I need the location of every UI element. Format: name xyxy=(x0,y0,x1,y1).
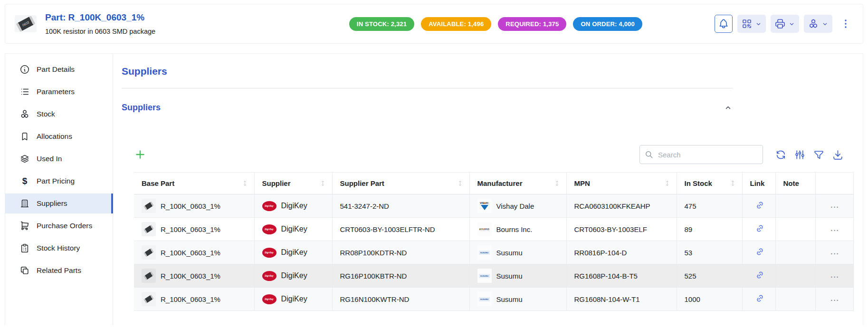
digikey-logo-text: Digi-Key xyxy=(265,205,273,207)
part-title: Part: R_100K_0603_1% xyxy=(45,12,155,23)
sidebar-item-label: Related Parts xyxy=(37,266,81,275)
manufacturer-name: Susumu xyxy=(496,295,523,303)
part-thumbnail: 0603 xyxy=(15,15,37,32)
print-actions-button[interactable] xyxy=(771,15,799,33)
refresh-button[interactable] xyxy=(775,149,787,161)
mpn-cell: RG1608N-104-W-T1 xyxy=(566,288,677,311)
column-header-supplier[interactable]: Supplier xyxy=(254,173,332,194)
sidebar-item-parameters[interactable]: Parameters xyxy=(5,82,113,102)
packages-icon xyxy=(19,109,30,119)
note-cell xyxy=(775,264,815,288)
sidebar-item-label: Part Details xyxy=(37,65,75,74)
column-header-base-part[interactable]: Base Part xyxy=(134,173,254,194)
supplier-cell: Digi-KeyDigiKey xyxy=(254,264,332,288)
in-stock-cell: 89 xyxy=(677,218,742,241)
collapse-panel-button[interactable] xyxy=(724,103,733,112)
title-divider xyxy=(122,88,733,88)
manufacturer-cell: VISHAY.Vishay Dale xyxy=(469,194,566,218)
link-cell xyxy=(742,194,775,218)
column-header-supplier-part[interactable]: Supplier Part xyxy=(332,173,469,194)
chip-label: 0603 xyxy=(21,20,29,27)
actions-cell: ••• xyxy=(815,264,853,288)
building-icon xyxy=(19,198,30,209)
on-order-badge: ON ORDER: 4,000 xyxy=(573,17,642,31)
clipboard-list-icon xyxy=(19,243,30,253)
note-cell xyxy=(775,241,815,264)
link-icon[interactable] xyxy=(755,271,764,280)
mpn-cell: RG1608P-104-B-T5 xyxy=(566,264,677,288)
page-title: Suppliers xyxy=(122,65,863,77)
dots-vertical-icon xyxy=(840,18,851,29)
column-header-mpn[interactable]: MPN xyxy=(566,173,677,194)
panel-title: Suppliers xyxy=(122,103,161,113)
row-actions-button[interactable]: ••• xyxy=(831,252,839,256)
row-actions-button[interactable]: ••• xyxy=(831,205,839,210)
link-icon[interactable] xyxy=(755,247,764,256)
column-label: In Stock xyxy=(685,179,712,187)
supplier-part-cell: CRT0603-BY-1003ELFTR-ND xyxy=(332,218,469,241)
part-description: 100K resistor in 0603 SMD package xyxy=(45,28,155,35)
suppliers-panel-header: Suppliers xyxy=(122,100,733,115)
table-row: R_100K_0603_1%Digi-KeyDigiKeyRG16P100KBT… xyxy=(134,264,853,288)
link-icon[interactable] xyxy=(755,224,764,233)
sidebar: Part DetailsParametersStockAllocationsUs… xyxy=(5,54,113,325)
add-supplier-part-button[interactable] xyxy=(134,148,146,161)
overflow-menu-button[interactable] xyxy=(840,18,851,29)
column-header-manufacturer[interactable]: Manufacturer xyxy=(469,173,566,194)
sort-icon xyxy=(241,180,248,187)
sidebar-item-part-details[interactable]: Part Details xyxy=(5,59,113,79)
digikey-logo-text: Digi-Key xyxy=(265,252,273,254)
link-icon[interactable] xyxy=(755,201,764,210)
chevron-down-icon xyxy=(755,20,762,28)
filter-button[interactable] xyxy=(813,149,825,161)
row-actions-button[interactable]: ••• xyxy=(831,275,839,280)
sidebar-item-related-parts[interactable]: Related Parts xyxy=(5,261,113,281)
supplier-name: DigiKey xyxy=(281,225,307,233)
stock-actions-button[interactable] xyxy=(804,15,832,33)
column-header-note: Note xyxy=(775,173,815,194)
sidebar-item-stock-history[interactable]: Stock History xyxy=(5,238,113,258)
base-part-cell: R_100K_0603_1% xyxy=(134,264,254,288)
supplier-part-cell: 541-3247-2-ND xyxy=(332,194,469,218)
search-icon xyxy=(644,150,654,159)
barcode-actions-button[interactable] xyxy=(737,15,766,33)
sidebar-item-suppliers[interactable]: Suppliers xyxy=(5,194,113,213)
content: Suppliers Suppliers xyxy=(113,54,863,325)
manufacturer-cell: SUSUMUSusumu xyxy=(469,241,566,264)
bell-icon xyxy=(718,18,729,29)
column-label: Link xyxy=(750,179,765,187)
base-part-cell: R_100K_0603_1% xyxy=(134,194,254,218)
supplier-cell: Digi-KeyDigiKey xyxy=(254,288,332,311)
sidebar-item-part-pricing[interactable]: $Part Pricing xyxy=(5,171,113,191)
susumu-logo-text: SUSUMU xyxy=(479,297,490,301)
download-button[interactable] xyxy=(832,149,844,161)
row-actions-button[interactable]: ••• xyxy=(831,228,839,233)
currency-dollar-icon: $ xyxy=(19,176,30,186)
link-cell xyxy=(742,264,775,288)
sidebar-item-purchase-orders[interactable]: Purchase Orders xyxy=(5,216,113,236)
sort-icon xyxy=(457,180,464,187)
notifications-button[interactable] xyxy=(715,15,733,33)
main-card: Part DetailsParametersStockAllocationsUs… xyxy=(5,53,863,325)
sidebar-item-label: Part Pricing xyxy=(37,177,75,185)
actions-cell: ••• xyxy=(815,241,853,264)
table-options-button[interactable] xyxy=(794,149,806,161)
search-input[interactable] xyxy=(639,145,763,164)
digikey-logo: Digi-Key xyxy=(262,271,277,281)
link-icon[interactable] xyxy=(755,294,764,303)
row-actions-button[interactable]: ••• xyxy=(831,298,839,303)
sidebar-item-allocations[interactable]: Allocations xyxy=(5,126,113,146)
digikey-logo: Digi-Key xyxy=(262,294,277,304)
sidebar-item-stock[interactable]: Stock xyxy=(5,104,113,124)
supplier-part-cell: RR08P100KDTR-ND xyxy=(332,241,469,264)
sort-icon xyxy=(553,180,561,187)
column-header-in-stock[interactable]: In Stock xyxy=(677,173,742,194)
sidebar-item-used-in[interactable]: Used In xyxy=(5,149,113,169)
bourns-logo: BOURNS xyxy=(477,222,492,236)
digikey-logo: Digi-Key xyxy=(262,201,277,211)
supplier-name: DigiKey xyxy=(281,248,307,257)
part-thumbnail xyxy=(142,199,156,213)
in-stock-cell: 53 xyxy=(677,241,742,264)
adjustments-icon xyxy=(794,149,806,161)
part-thumbnail xyxy=(142,269,156,283)
